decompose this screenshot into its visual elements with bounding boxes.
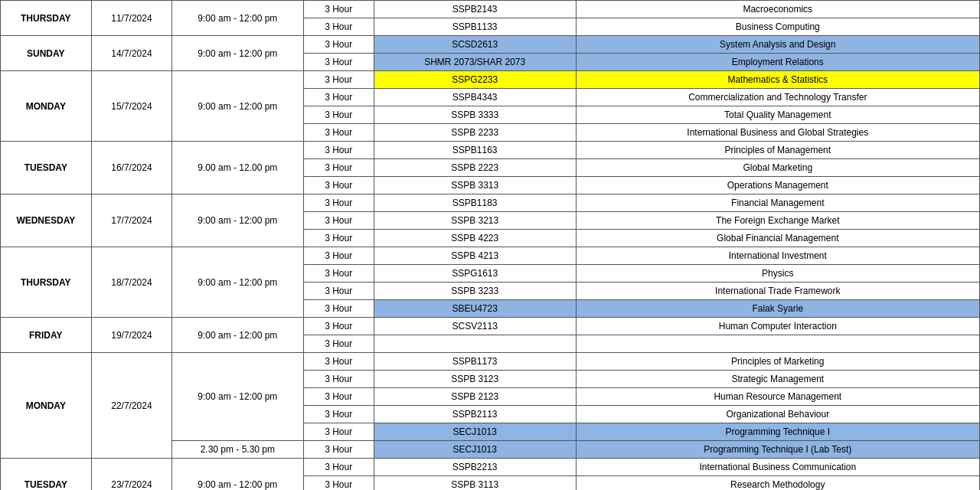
subject-cell: Programming Technique I (Lab Test) <box>576 441 979 459</box>
code-cell: SSPB2113 <box>374 406 576 423</box>
subject-cell: Physics <box>576 265 979 283</box>
code-cell: SECJ1013 <box>374 423 576 441</box>
hour-cell: 3 Hour <box>303 230 374 247</box>
code-cell: SSPB 3113 <box>374 476 576 491</box>
date-cell: 15/7/2024 <box>91 71 172 142</box>
code-cell: SSPG2233 <box>374 71 576 89</box>
subject-cell: Operations Management <box>576 177 979 194</box>
date-cell: 11/7/2024 <box>91 1 172 36</box>
subject-cell: Strategic Management <box>576 371 979 388</box>
hour-cell: 3 Hour <box>303 54 374 71</box>
time-cell: 2.30 pm - 5.30 pm <box>172 441 303 459</box>
time-cell: 9:00 am - 12:00 pm <box>172 1 303 36</box>
hour-cell: 3 Hour <box>303 388 374 406</box>
subject-cell: International Business Communication <box>576 459 979 476</box>
subject-cell: Commercialization and Technology Transfe… <box>576 89 979 106</box>
hour-cell: 3 Hour <box>303 335 374 353</box>
code-cell: SSPB 2123 <box>374 388 576 406</box>
subject-cell: Business Computing <box>576 18 979 36</box>
code-cell: SSPB 3123 <box>374 371 576 388</box>
code-cell: SSPB1173 <box>374 353 576 371</box>
subject-cell: Programming Technique I <box>576 423 979 441</box>
code-cell: SSPB 4213 <box>374 247 576 265</box>
time-cell: 9:00 am - 12:00 pm <box>172 459 303 491</box>
time-cell: 9:00 am - 12:00 pm <box>172 71 303 142</box>
subject-cell: Financial Management <box>576 194 979 212</box>
code-cell: SECJ1013 <box>374 441 576 459</box>
hour-cell: 3 Hour <box>303 283 374 300</box>
day-cell: MONDAY <box>1 353 92 459</box>
subject-cell: Employment Relations <box>576 54 979 71</box>
code-cell: SSPG1613 <box>374 265 576 283</box>
subject-cell: International Business and Global Strate… <box>576 124 979 142</box>
day-cell: SUNDAY <box>1 36 92 71</box>
date-cell: 16/7/2024 <box>91 142 172 194</box>
subject-cell: Global Marketing <box>576 159 979 177</box>
hour-cell: 3 Hour <box>303 247 374 265</box>
hour-cell: 3 Hour <box>303 300 374 318</box>
hour-cell: 3 Hour <box>303 142 374 159</box>
code-cell: SSPB 2223 <box>374 159 576 177</box>
subject-cell: Mathematics & Statistics <box>576 71 979 89</box>
code-cell: SBEU4723 <box>374 300 576 318</box>
subject-cell: Research Methodology <box>576 476 979 491</box>
subject-cell: Macroeconomics <box>576 1 979 18</box>
hour-cell: 3 Hour <box>303 406 374 423</box>
subject-cell: The Foreign Exchange Market <box>576 212 979 230</box>
code-cell: SSPB 4223 <box>374 230 576 247</box>
subject-cell: Human Resource Management <box>576 388 979 406</box>
code-cell: SSPB 3333 <box>374 106 576 124</box>
day-cell: TUESDAY <box>1 142 92 194</box>
code-cell: SSPB 2233 <box>374 124 576 142</box>
hour-cell: 3 Hour <box>303 1 374 18</box>
subject-cell: International Trade Framework <box>576 283 979 300</box>
day-cell: MONDAY <box>1 71 92 142</box>
code-cell: SSPB1163 <box>374 142 576 159</box>
hour-cell: 3 Hour <box>303 212 374 230</box>
hour-cell: 3 Hour <box>303 353 374 371</box>
subject-cell: System Analysis and Design <box>576 36 979 54</box>
date-cell: 23/7/2024 <box>91 459 172 491</box>
day-cell: FRIDAY <box>1 318 92 353</box>
date-cell: 19/7/2024 <box>91 318 172 353</box>
time-cell: 9:00 am - 12:00 pm <box>172 194 303 247</box>
time-cell: 9:00 am - 12:00 pm <box>172 318 303 353</box>
hour-cell: 3 Hour <box>303 476 374 491</box>
time-cell: 9:00 am - 12:00 pm <box>172 36 303 71</box>
time-cell: 9.00 am - 12.00 pm <box>172 142 303 194</box>
schedule-table: THURSDAY11/7/20249:00 am - 12:00 pm3 Hou… <box>0 0 980 490</box>
day-cell: TUESDAY <box>1 459 92 491</box>
hour-cell: 3 Hour <box>303 265 374 283</box>
code-cell: SSPB 3233 <box>374 283 576 300</box>
date-cell: 17/7/2024 <box>91 194 172 247</box>
hour-cell: 3 Hour <box>303 106 374 124</box>
hour-cell: 3 Hour <box>303 371 374 388</box>
code-cell: SSPB2143 <box>374 1 576 18</box>
hour-cell: 3 Hour <box>303 423 374 441</box>
hour-cell: 3 Hour <box>303 18 374 36</box>
subject-cell: International Investment <box>576 247 979 265</box>
subject-cell: Total Quality Management <box>576 106 979 124</box>
date-cell: 22/7/2024 <box>91 353 172 459</box>
code-cell: SSPB1183 <box>374 194 576 212</box>
date-cell: 18/7/2024 <box>91 247 172 318</box>
code-cell: SSPB 3213 <box>374 212 576 230</box>
hour-cell: 3 Hour <box>303 124 374 142</box>
hour-cell: 3 Hour <box>303 318 374 335</box>
hour-cell: 3 Hour <box>303 459 374 476</box>
code-cell: SCSV2113 <box>374 318 576 335</box>
code-cell: SSPB 3313 <box>374 177 576 194</box>
hour-cell: 3 Hour <box>303 159 374 177</box>
code-cell: SHMR 2073/SHAR 2073 <box>374 54 576 71</box>
subject-cell: Falak Syarie <box>576 300 979 318</box>
time-cell: 9:00 am - 12:00 pm <box>172 353 303 441</box>
hour-cell: 3 Hour <box>303 177 374 194</box>
day-cell: WEDNESDAY <box>1 194 92 247</box>
code-cell <box>374 335 576 353</box>
code-cell: SSPB2213 <box>374 459 576 476</box>
subject-cell: Organizational Behaviour <box>576 406 979 423</box>
code-cell: SSPB1133 <box>374 18 576 36</box>
subject-cell: Principles of Marketing <box>576 353 979 371</box>
hour-cell: 3 Hour <box>303 194 374 212</box>
hour-cell: 3 Hour <box>303 71 374 89</box>
